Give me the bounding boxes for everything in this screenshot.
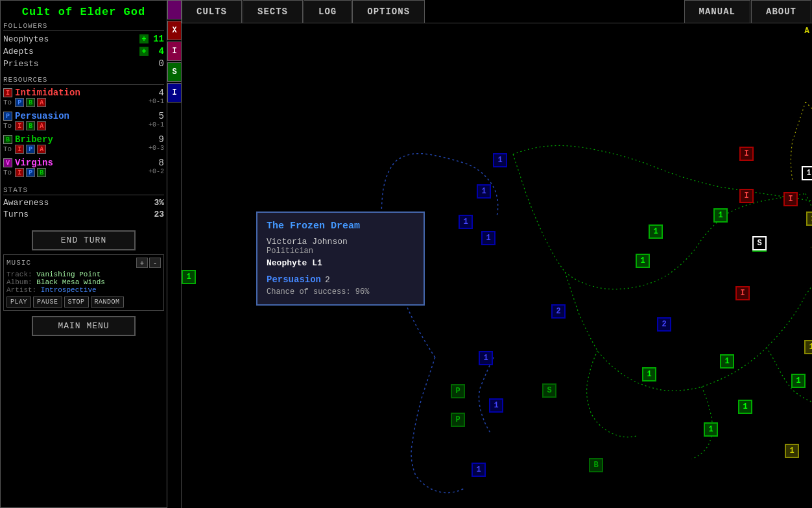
stat-row-turns: Turns 23 <box>3 210 164 219</box>
intimidation-badge: I <box>3 88 12 97</box>
map-node-blue-1g[interactable]: 1 <box>489 398 503 413</box>
resource-row-virgins: V Virgins To I P B 8 +0-2 <box>3 158 164 180</box>
virgins-to-i[interactable]: I <box>15 168 24 177</box>
resource-row-intimidation: I Intimidation To P B A 4 +0-1 <box>3 88 164 110</box>
volume-minus-button[interactable]: - <box>149 258 161 268</box>
map-node-p-1[interactable]: P <box>451 384 465 398</box>
popup-resource-row: Persuasion 2 <box>267 274 414 285</box>
followers-label: FOLLOWERS <box>3 22 164 31</box>
end-turn-button[interactable]: END TURN <box>32 230 136 250</box>
bribery-to-a[interactable]: A <box>37 145 46 154</box>
intimidation-to-b[interactable]: B <box>26 98 35 107</box>
follower-name-adepts: Adepts <box>3 47 34 56</box>
follower-name-priests: Priests <box>3 59 39 69</box>
map-node-green-7[interactable]: 1 <box>642 367 656 381</box>
persuasion-to-a[interactable]: A <box>37 121 46 130</box>
map-node-i-3[interactable]: I <box>783 192 798 206</box>
stats-section: STATS Awareness 3% Turns 23 <box>3 186 164 221</box>
follower-row-neophytes: Neophytes + 11 <box>3 34 164 44</box>
bribery-name: Bribery <box>15 134 53 145</box>
popup-card: The Frozen Dream Victoria Johnson Politi… <box>256 212 425 306</box>
side-tab-i2[interactable]: I <box>167 83 182 103</box>
map-node-i-4[interactable]: I <box>735 286 750 300</box>
popup-role: Politician <box>267 247 414 256</box>
intimidation-delta: +0-1 <box>149 98 164 105</box>
bribery-to-i[interactable]: I <box>15 145 24 154</box>
nav-tab-manual[interactable]: MANUAL <box>684 0 750 23</box>
map-node-olive-1c[interactable]: 1 <box>806 212 812 226</box>
map-node-blue-1a[interactable]: 1 <box>493 153 507 167</box>
side-tab-x[interactable]: X <box>167 21 182 40</box>
popup-rank: Neophyte L1 <box>267 258 414 268</box>
stats-label: STATS <box>3 186 164 195</box>
intimidation-to-a[interactable]: A <box>37 98 46 107</box>
nav-tab-sects[interactable]: SECTS <box>243 0 303 23</box>
nav-tab-cults[interactable]: CULTS <box>182 0 242 23</box>
side-tab-s[interactable]: S <box>167 62 182 82</box>
neophytes-count: 11 <box>151 34 164 44</box>
persuasion-to-i[interactable]: I <box>15 121 24 130</box>
map-node-i-2[interactable]: I <box>739 189 754 203</box>
nav-tab-about[interactable]: ABOUT <box>751 0 811 23</box>
map-node-green-8[interactable]: 1 <box>738 400 752 414</box>
map-node-white-s[interactable]: S <box>752 236 767 250</box>
pause-button[interactable]: PAUSE <box>33 296 62 308</box>
map-node-green-2[interactable]: 1 <box>649 224 663 239</box>
top-nav: CULTS SECTS LOG OPTIONS MANUAL ABOUT <box>182 0 812 23</box>
intimidation-to-p[interactable]: P <box>15 98 24 107</box>
map-node-blue-1d[interactable]: 1 <box>481 231 496 245</box>
map-node-blue-1b[interactable]: 1 <box>477 184 491 199</box>
volume-plus-button[interactable]: + <box>136 258 148 268</box>
map-area[interactable]: A <box>182 23 812 508</box>
awareness-value: 3% <box>154 198 164 208</box>
bribery-badge: B <box>3 135 12 144</box>
map-node-olive-1e[interactable]: 1 <box>804 340 812 354</box>
popup-title: The Frozen Dream <box>267 221 414 232</box>
neophytes-plus-btn[interactable]: + <box>139 34 149 43</box>
bribery-value: 9 <box>149 134 164 145</box>
random-button[interactable]: RANDOM <box>91 296 124 308</box>
map-node-green-5[interactable]: 1 <box>182 270 196 284</box>
awareness-label: Awareness <box>3 198 49 208</box>
adepts-count: 4 <box>151 46 164 56</box>
map-node-green-10[interactable]: 1 <box>704 422 718 437</box>
map-node-blue-2a[interactable]: 2 <box>657 317 671 332</box>
nav-tab-log[interactable]: LOG <box>304 0 352 23</box>
side-tab-0[interactable] <box>167 0 182 19</box>
follower-name-neophytes: Neophytes <box>3 34 49 44</box>
stop-button[interactable]: STOP <box>64 296 89 308</box>
map-node-blue-2b[interactable]: 2 <box>551 304 566 319</box>
main-menu-button[interactable]: MAIN MENU <box>32 316 136 336</box>
map-node-b[interactable]: B <box>589 458 603 472</box>
map-node-blue-1f[interactable]: 1 <box>472 463 486 477</box>
resource-row-persuasion: P Persuasion To I B A 5 +0-1 <box>3 111 164 133</box>
popup-person-name: Victoria Johnson <box>267 237 414 247</box>
popup-resource-value: 2 <box>325 275 330 285</box>
map-node-white-1a[interactable]: 1 <box>802 166 812 180</box>
map-node-green-4[interactable]: 1 <box>636 254 650 268</box>
bribery-to-p[interactable]: P <box>26 145 35 154</box>
virgins-to-b[interactable]: B <box>37 168 46 177</box>
album-value: Black Mesa Winds <box>36 278 105 286</box>
virgins-badge: V <box>3 158 12 167</box>
map-node-green-1[interactable]: 1 <box>713 208 728 223</box>
map-node-p-2[interactable]: P <box>451 413 465 427</box>
virgins-to-p[interactable]: P <box>26 168 35 177</box>
persuasion-badge: P <box>3 112 12 121</box>
play-button[interactable]: PLAY <box>6 296 31 308</box>
side-tab-i[interactable]: I <box>167 42 182 61</box>
persuasion-to-b[interactable]: B <box>26 121 35 130</box>
map-node-olive-1g[interactable]: 1 <box>785 444 799 458</box>
map-node-green-9[interactable]: 1 <box>791 374 806 388</box>
map-node-green-6[interactable]: 1 <box>720 354 734 369</box>
turns-value: 23 <box>154 210 164 219</box>
map-node-i-1[interactable]: I <box>739 147 754 161</box>
map-node-s-2[interactable]: S <box>542 383 556 398</box>
persuasion-value: 5 <box>149 111 164 121</box>
map-node-blue-1c[interactable]: 1 <box>459 215 473 229</box>
followers-section: FOLLOWERS Neophytes + 11 Adepts + 4 Prie… <box>3 22 164 71</box>
artist-label: Artist: <box>6 286 36 294</box>
adepts-plus-btn[interactable]: + <box>139 47 149 56</box>
nav-tab-options[interactable]: OPTIONS <box>352 0 425 23</box>
map-node-blue-1e[interactable]: 1 <box>479 351 493 365</box>
